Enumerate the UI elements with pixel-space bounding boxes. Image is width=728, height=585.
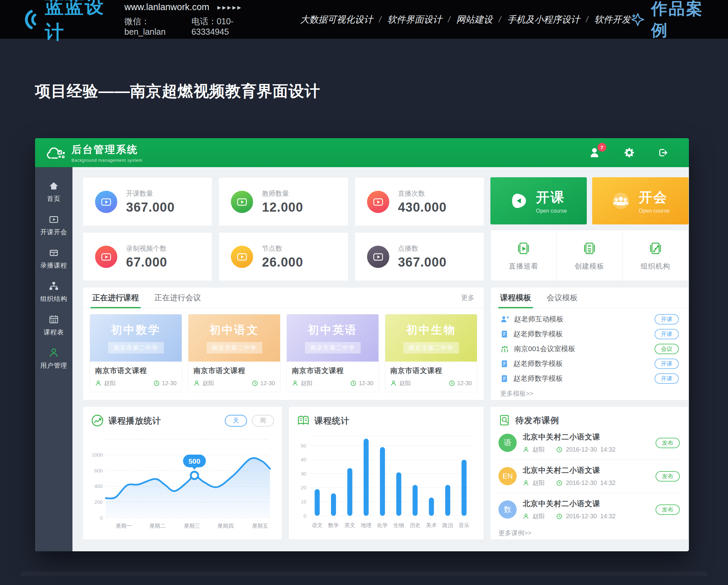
- course-school-badge: 南京市第二中学: [305, 342, 361, 353]
- nav-item-software-ui[interactable]: 软件界面设计: [387, 14, 442, 26]
- tab-course-templates[interactable]: 课程模板: [500, 288, 531, 308]
- tab-ongoing-meetings[interactable]: 正在进行会议: [154, 288, 201, 308]
- nav-item-mobile[interactable]: 手机及小程序设计: [507, 14, 580, 26]
- sidebar-item-org-structure[interactable]: 组织结构: [35, 277, 73, 311]
- more-courses-link[interactable]: 更多: [461, 293, 474, 302]
- course-school-badge: 南京市第二中学: [108, 342, 164, 353]
- website-url[interactable]: www.lanlanwork.com: [124, 2, 209, 12]
- reflection-decoration: [20, 571, 708, 576]
- top-navigation: 大数据可视化设计 / 软件界面设计 / 网站建设 / 手机及小程序设计 / 软件…: [300, 14, 631, 26]
- pending-date: 2016-12-30: [566, 446, 597, 453]
- course-teacher: 赵阳: [399, 379, 411, 387]
- stat-value: 367.000: [398, 255, 447, 270]
- nav-item-bigdata[interactable]: 大数据可视化设计: [300, 14, 373, 26]
- logo-text: 蓝蓝设计: [45, 0, 110, 45]
- quick-link-create-template[interactable]: 创建模板: [556, 230, 623, 281]
- start-class-button[interactable]: 开课: [654, 373, 679, 384]
- stat-card-teachers: 教师数量 12.000: [218, 177, 348, 226]
- stat-label: 教师数量: [262, 189, 303, 198]
- sitemap-icon: [49, 281, 59, 291]
- sidebar-item-open-class[interactable]: 开课开会: [35, 211, 73, 244]
- course-card-math[interactable]: 初中数学 南京市第二中学 南京市语文课程 赵阳: [90, 314, 182, 392]
- ongoing-courses-panel: 正在进行课程 正在进行会议 更多 初中数学 南京市第二中学 南京市语文课程: [83, 287, 484, 400]
- tab-meeting-templates[interactable]: 会议模板: [547, 288, 578, 308]
- stat-label: 节点数: [262, 244, 303, 253]
- course-name: 南京市语文课程: [193, 366, 275, 375]
- template-row: 赵老师数学模板 开课: [500, 326, 679, 341]
- start-meeting-button[interactable]: 会议: [654, 344, 679, 354]
- course-school-badge: 南京市第二中学: [404, 342, 459, 353]
- course-card-english[interactable]: 初中英语 南京市第二中学 南京市语文课程 赵阳: [286, 314, 379, 392]
- portfolio-label: 作品案例: [651, 0, 708, 41]
- stat-value: 430.000: [398, 200, 447, 215]
- publish-button[interactable]: 发布: [655, 438, 680, 448]
- calendar-icon: [49, 314, 59, 324]
- subject-avatar: 数: [498, 500, 517, 518]
- toggle-day[interactable]: 天: [225, 415, 247, 427]
- nav-separator: /: [586, 15, 589, 24]
- start-class-button[interactable]: 开课: [654, 314, 679, 324]
- open-course-button[interactable]: 开课 Open course: [490, 177, 587, 224]
- org-doc-icon: [647, 240, 664, 257]
- stat-card-nodes: 节点数 26.000: [218, 232, 348, 281]
- clock-icon: [556, 480, 563, 486]
- stat-card-live-sessions: 直播次数 430.000: [355, 177, 484, 226]
- more-templates-link[interactable]: 更多模板>>: [491, 386, 688, 398]
- course-name: 南京市语文课程: [390, 366, 472, 375]
- person-icon: [390, 380, 397, 387]
- svg-text:600: 600: [94, 468, 103, 474]
- svg-text:星期三: 星期三: [184, 523, 200, 529]
- stat-value: 12.000: [262, 200, 303, 215]
- course-card-biology[interactable]: 初中生物 南京市第二中学 南京市语文课程 赵阳: [385, 314, 477, 392]
- portfolio-link[interactable]: 作品案例: [631, 0, 708, 41]
- svg-text:1000: 1000: [92, 452, 103, 458]
- svg-text:英文: 英文: [344, 522, 355, 528]
- svg-text:50: 50: [301, 443, 306, 449]
- course-card-chinese[interactable]: 初中语文 南京市第二中学 南京市语文课程 赵阳: [188, 314, 280, 392]
- subject-avatar: EN: [498, 467, 517, 485]
- stat-value: 367.000: [126, 200, 175, 215]
- svg-text:10: 10: [301, 499, 306, 504]
- dashboard-topbar: 后台管理系统 Background management system 7: [35, 138, 689, 167]
- start-class-button[interactable]: 开课: [654, 329, 679, 339]
- svg-text:40: 40: [301, 457, 306, 462]
- tab-ongoing-courses[interactable]: 正在进行课程: [92, 288, 139, 308]
- settings-button[interactable]: [624, 147, 635, 158]
- template-row: 赵老师数学模板 开课: [500, 356, 679, 371]
- quick-link-live-patrol[interactable]: 直播巡看: [491, 230, 556, 281]
- more-lessons-link[interactable]: 更多课例>>: [498, 529, 680, 537]
- svg-text:政治: 政治: [442, 522, 453, 528]
- pending-lesson-title: 北京中关村二小语文课: [523, 466, 616, 476]
- arrows-decoration: ▶▶▶▶▶: [217, 5, 242, 10]
- template-name: 赵老师数学模板: [513, 329, 563, 339]
- logout-button[interactable]: [657, 147, 669, 158]
- system-title: 后台管理系统: [72, 143, 142, 157]
- course-time: 12-30: [162, 380, 177, 387]
- sidebar-item-label: 首页: [47, 194, 61, 203]
- sidebar-item-home[interactable]: 首页: [35, 177, 73, 211]
- svg-text:语文: 语文: [312, 522, 322, 528]
- site-header: 蓝蓝设计 www.lanlanwork.com ▶▶▶▶▶ 微信：ben_lan…: [0, 0, 728, 39]
- lanlan-logo[interactable]: 蓝蓝设计: [20, 0, 110, 45]
- sidebar-item-timetable[interactable]: 课程表: [35, 311, 73, 344]
- video-play-icon: [49, 214, 59, 224]
- nav-item-dev[interactable]: 软件开发: [594, 14, 631, 26]
- toggle-week[interactable]: 周: [252, 415, 274, 427]
- nav-item-website[interactable]: 网站建设: [456, 14, 493, 26]
- pending-lesson-row: 数 北京中关村二小语文课 赵阳 2016-12-30 14:32: [498, 493, 680, 526]
- sidebar-item-user-management[interactable]: 用户管理: [35, 344, 73, 377]
- play-badge-icon: [367, 246, 389, 268]
- stat-label: 录制视频个数: [126, 244, 167, 253]
- start-class-button[interactable]: 开课: [654, 358, 679, 369]
- publish-button[interactable]: 发布: [655, 504, 680, 515]
- user-account-button[interactable]: 7: [589, 147, 601, 159]
- logout-icon: [657, 147, 669, 158]
- publish-button[interactable]: 发布: [655, 471, 680, 482]
- course-time: 12-30: [261, 380, 275, 387]
- open-meeting-button[interactable]: 开会 Open course: [592, 177, 688, 224]
- stats-grid: 开课数量 367.000 教师数量 12.000 直: [83, 177, 484, 281]
- clock-icon: [350, 380, 357, 387]
- sidebar-item-recorded-courses[interactable]: 录播课程: [35, 244, 73, 277]
- quick-link-organization[interactable]: 组织机构: [622, 230, 688, 281]
- quick-link-label: 创建模板: [575, 262, 604, 271]
